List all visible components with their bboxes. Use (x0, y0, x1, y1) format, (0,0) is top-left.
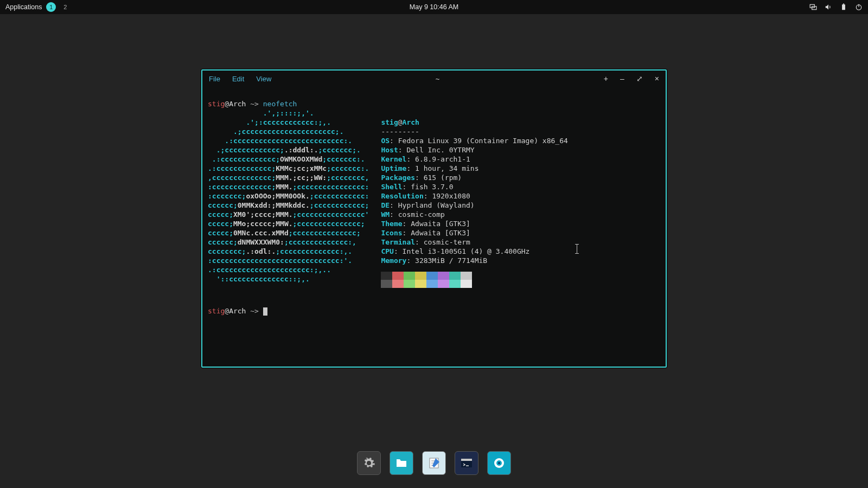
nf-uptime-label: Uptime (381, 164, 406, 172)
nf-memory-label: Memory (381, 256, 406, 265)
window-title: ~ (271, 75, 604, 83)
prompt-line-1: stig@Arch ~> neofetch (208, 100, 297, 108)
nf-de-label: DE (381, 201, 390, 209)
camera-icon (493, 457, 506, 470)
nf-cpu-label: CPU (381, 247, 393, 255)
volume-icon[interactable] (825, 3, 832, 11)
shell-cursor (263, 307, 267, 316)
new-tab-button[interactable]: + (604, 74, 608, 83)
prompt-at: @ (225, 100, 229, 108)
svg-rect-11 (461, 459, 472, 461)
nf-host-value: Dell Inc. 0YTRMY (406, 146, 474, 154)
dock-terminal[interactable] (455, 451, 478, 475)
minimize-button[interactable]: – (620, 74, 624, 83)
nf-icons-value: Adwaita [GTK3] (411, 229, 470, 237)
panel-clock[interactable]: May 9 10:46 AM (410, 3, 458, 11)
ascii-logo: .',;::::;,'. .';:cccccccccccc:;,. .;cccc… (208, 108, 369, 297)
maximize-button[interactable]: ⤢ (636, 74, 643, 83)
panel-left: Applications 1 2 (5, 2, 70, 12)
nf-cpu-value: Intel i3-1005G1 (4) @ 3.400GHz (403, 247, 530, 255)
nf-icons-label: Icons (381, 229, 402, 237)
nf-os-value: Fedora Linux 39 (Container Image) x86_64 (398, 137, 568, 145)
svg-rect-2 (842, 4, 845, 10)
close-button[interactable]: × (655, 74, 659, 83)
folder-icon (395, 457, 408, 470)
svg-rect-3 (843, 4, 844, 5)
nf-header-user: stig (381, 118, 398, 126)
nf-terminal-value: cosmic-term (424, 238, 470, 246)
menu-file[interactable]: File (209, 75, 220, 83)
nf-packages-label: Packages (381, 174, 415, 182)
workspace-1[interactable]: 1 (46, 2, 56, 12)
nf-uptime-value: 1 hour, 34 mins (415, 164, 478, 172)
applications-label[interactable]: Applications (5, 3, 42, 11)
svg-point-15 (498, 462, 500, 464)
nf-wm-label: WM (381, 210, 390, 219)
dock (352, 448, 516, 478)
neofetch-info: stig@Arch --------- OS: Fedora Linux 39 … (381, 108, 567, 297)
nf-dashes: --------- (381, 127, 419, 136)
color-palette (381, 272, 567, 288)
dock-settings[interactable] (357, 451, 381, 475)
nf-wm-value: cosmic-comp (398, 210, 445, 219)
terminal-window: File Edit View ~ + – ⤢ × stig@Arch ~> ne… (201, 69, 667, 368)
nf-packages-value: 615 (rpm) (424, 174, 462, 182)
command-text: neofetch (263, 100, 297, 108)
nf-header-host: Arch (403, 118, 419, 126)
terminal-body[interactable]: stig@Arch ~> neofetch .',;::::;,'. .';:c… (202, 87, 666, 367)
nf-theme-label: Theme (381, 220, 402, 228)
screen-share-icon[interactable] (809, 3, 817, 11)
nf-memory-value: 3283MiB / 7714MiB (415, 256, 487, 265)
panel-tray (809, 3, 863, 11)
nf-resolution-label: Resolution (381, 192, 423, 200)
prompt-path: ~> (250, 100, 259, 108)
top-panel: Applications 1 2 May 9 10:46 AM (0, 0, 868, 14)
nf-kernel-label: Kernel (381, 155, 406, 163)
dock-text-editor[interactable] (422, 451, 446, 475)
title-bar: File Edit View ~ + – ⤢ × (202, 70, 666, 87)
dock-camera[interactable] (487, 451, 511, 475)
prompt-line-2: stig@Arch ~> (208, 307, 267, 315)
editor-icon (427, 457, 441, 470)
power-icon[interactable] (855, 3, 863, 11)
nf-kernel-value: 6.8.9-arch1-1 (415, 155, 470, 163)
nf-de-value: Hyprland (Wayland) (398, 201, 475, 209)
nf-resolution-value: 1920x1080 (432, 192, 470, 200)
window-controls: + – ⤢ × (604, 74, 659, 83)
nf-shell-value: fish 3.7.0 (411, 183, 453, 191)
nf-os-label: OS (381, 137, 390, 145)
battery-icon[interactable] (840, 3, 847, 11)
nf-host-label: Host (381, 146, 398, 154)
nf-shell-label: Shell (381, 183, 402, 191)
nf-terminal-label: Terminal (381, 238, 415, 246)
dock-files[interactable] (390, 451, 413, 475)
neofetch-output: .',;::::;,'. .';:cccccccccccc:;,. .;cccc… (208, 108, 660, 297)
menu-view[interactable]: View (256, 75, 271, 83)
prompt-host: Arch (229, 100, 246, 108)
prompt-user: stig (208, 100, 225, 108)
text-caret-icon (577, 244, 577, 254)
terminal-icon (460, 457, 473, 470)
menu-edit[interactable]: Edit (232, 75, 244, 83)
gear-icon (362, 457, 375, 470)
nf-theme-value: Adwaita [GTK3] (411, 220, 470, 228)
workspace-2[interactable]: 2 (60, 2, 70, 12)
menu-bar: File Edit View (209, 75, 271, 83)
